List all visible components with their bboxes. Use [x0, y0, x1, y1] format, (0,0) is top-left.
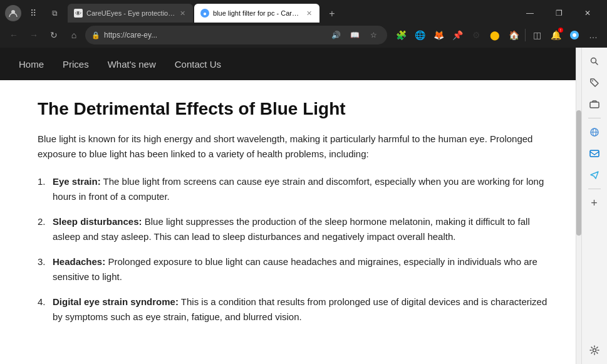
- main-content: The Detrimental Effects of Blue Light Bl…: [0, 80, 576, 364]
- address-bar: ← → ↻ ⌂ 🔒 https://care-ey... 🔊 📖 ☆ 🧩 🌐 🦊…: [0, 23, 607, 48]
- list-num-3: 3.: [38, 254, 53, 269]
- svg-line-2: [595, 63, 598, 65]
- tab-1-title: CareUEyes - Eye protection softw...: [86, 9, 175, 17]
- profile-icon[interactable]: [5, 5, 21, 21]
- maximize-button[interactable]: ❐: [544, 4, 573, 23]
- more-button[interactable]: …: [584, 26, 602, 44]
- tab-2[interactable]: ● blue light filter for pc - CareUEye...…: [194, 4, 319, 23]
- profile-circle-icon[interactable]: 🌐: [411, 26, 428, 44]
- list-num-2: 2.: [38, 214, 53, 229]
- list-item: 1. Eye strain: The blue light from scree…: [38, 174, 551, 204]
- effects-list: 1. Eye strain: The blue light from scree…: [38, 174, 551, 325]
- tab-search-icon[interactable]: ⧉: [46, 5, 63, 21]
- add-sidebar-button[interactable]: +: [586, 194, 603, 212]
- nav-whats-new[interactable]: What's new: [108, 56, 156, 72]
- list-text-1: The blue light from screens can cause ey…: [53, 176, 544, 202]
- address-text: https://care-ey...: [104, 31, 324, 39]
- scrollbar-area: +: [576, 48, 607, 364]
- browser-body: Home Prices What's new Contact Us The De…: [0, 48, 607, 364]
- briefcase-sidebar-icon[interactable]: [586, 95, 603, 113]
- title-bar: ⠿ ⧉ 👁 CareUEyes - Eye protection softw..…: [0, 0, 607, 23]
- minimize-button[interactable]: —: [516, 4, 544, 23]
- read-aloud-icon[interactable]: 🔊: [328, 28, 343, 43]
- globe-sidebar-icon[interactable]: [586, 123, 603, 141]
- window-controls: — ❐ ✕: [516, 4, 602, 23]
- refresh-button[interactable]: ↻: [45, 26, 63, 44]
- home-button[interactable]: ⌂: [65, 26, 83, 44]
- tab-list: 👁 CareUEyes - Eye protection softw... ✕ …: [68, 4, 516, 23]
- tab-1-favicon: 👁: [74, 9, 83, 18]
- back-button[interactable]: ←: [5, 26, 23, 44]
- extensions-icon[interactable]: 🧩: [392, 26, 410, 44]
- list-content-2: Sleep disturbances: Blue light suppresse…: [53, 214, 551, 244]
- sidebar-sep-2: [588, 189, 601, 189]
- grid-icon[interactable]: ⠿: [25, 5, 41, 21]
- outlook-sidebar-icon[interactable]: [586, 145, 603, 162]
- list-bold-1: Eye strain:: [53, 176, 101, 187]
- site-navigation: Home Prices What's new Contact Us: [0, 48, 576, 80]
- tampermonkey-icon[interactable]: ⚙: [467, 26, 485, 44]
- toolbar-separator: [525, 29, 526, 41]
- pinterest-icon[interactable]: 📌: [449, 26, 466, 44]
- tab-2-close[interactable]: ✕: [304, 9, 313, 18]
- list-content-1: Eye strain: The blue light from screens …: [53, 174, 551, 204]
- pwa-icon[interactable]: 🏠: [505, 26, 522, 44]
- scrollbar-track[interactable]: [576, 48, 581, 364]
- tag-sidebar-icon[interactable]: [586, 74, 603, 91]
- browser-chrome: ⠿ ⧉ 👁 CareUEyes - Eye protection softw..…: [0, 0, 607, 48]
- list-item: 4. Digital eye strain syndrome: This is …: [38, 294, 551, 325]
- notifications-icon[interactable]: 🔔 !: [547, 26, 564, 44]
- address-input[interactable]: 🔒 https://care-ey... 🔊 📖 ☆: [85, 26, 387, 44]
- right-panel: +: [576, 48, 607, 364]
- telegram-sidebar-icon[interactable]: [586, 166, 603, 184]
- svg-point-3: [592, 80, 593, 81]
- svg-rect-8: [590, 150, 599, 157]
- svg-rect-4: [590, 102, 599, 108]
- search-sidebar-icon[interactable]: [586, 53, 603, 70]
- tab-1-close[interactable]: ✕: [178, 9, 187, 18]
- list-num-4: 4.: [38, 294, 53, 309]
- chrome-icon[interactable]: ⬤: [486, 26, 504, 44]
- list-bold-3: Headaches:: [53, 256, 105, 267]
- tab-1[interactable]: 👁 CareUEyes - Eye protection softw... ✕: [68, 4, 193, 23]
- immersive-reader-icon[interactable]: 📖: [347, 28, 362, 43]
- edge-icon[interactable]: [566, 26, 583, 44]
- firefox-icon[interactable]: 🦊: [430, 26, 447, 44]
- page-content: Home Prices What's new Contact Us The De…: [0, 48, 576, 364]
- list-content-4: Digital eye strain syndrome: This is a c…: [53, 294, 551, 325]
- list-content-3: Headaches: Prolonged exposure to blue li…: [53, 254, 551, 284]
- sidebar-right: +: [581, 48, 606, 364]
- nav-home[interactable]: Home: [19, 56, 44, 72]
- list-bold-4: Digital eye strain syndrome:: [53, 296, 179, 307]
- list-num-1: 1.: [38, 174, 53, 189]
- nav-contact-us[interactable]: Contact Us: [175, 56, 221, 72]
- page-heading: The Detrimental Effects of Blue Light: [38, 99, 551, 119]
- list-item: 3. Headaches: Prolonged exposure to blue…: [38, 254, 551, 284]
- nav-prices[interactable]: Prices: [63, 56, 89, 72]
- list-text-3: Prolonged exposure to blue light can cau…: [53, 256, 537, 282]
- favorites-icon[interactable]: ☆: [366, 28, 381, 43]
- svg-point-9: [593, 349, 596, 352]
- toolbar-icons: 🧩 🌐 🦊 📌 ⚙ ⬤ 🏠 ◫ 🔔 ! …: [392, 26, 602, 44]
- settings-sidebar-icon[interactable]: [586, 341, 603, 359]
- new-tab-button[interactable]: +: [323, 5, 341, 23]
- tab-2-title: blue light filter for pc - CareUEye...: [213, 9, 302, 17]
- close-button[interactable]: ✕: [573, 4, 602, 23]
- lock-icon: 🔒: [91, 31, 100, 39]
- intro-paragraph: Blue light is known for its high energy …: [38, 132, 551, 162]
- list-bold-2: Sleep disturbances:: [53, 216, 142, 227]
- scrollbar-thumb[interactable]: [576, 110, 581, 236]
- sidebar-sep-1: [588, 118, 601, 118]
- tab-2-favicon: ●: [200, 9, 209, 18]
- forward-button[interactable]: →: [25, 26, 43, 44]
- list-item: 2. Sleep disturbances: Blue light suppre…: [38, 214, 551, 244]
- sidebar-toggle[interactable]: ◫: [528, 26, 546, 44]
